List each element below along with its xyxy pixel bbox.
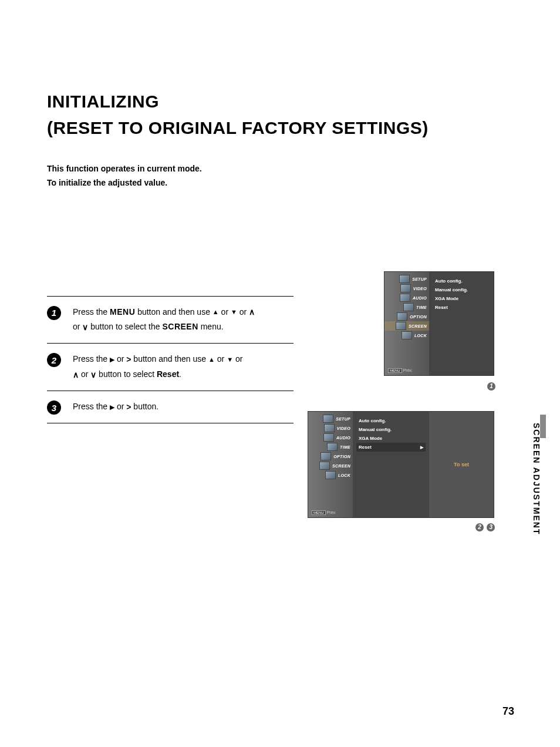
osd-tab-option: OPTION [384, 312, 429, 321]
osd-opt-auto-config: Auto config. [356, 416, 426, 425]
tab-label: OPTION [410, 315, 429, 319]
osd-opt-manual-config: Manual config. [356, 425, 426, 434]
osd-opt-auto-config: Auto config. [433, 277, 490, 285]
intro-line-2: To initialize the adjusted value. [47, 178, 167, 187]
osd-opt-reset: Reset [433, 303, 490, 312]
section-label: SCREEN ADJUSTMENT [532, 423, 541, 535]
tab-icon [403, 303, 414, 311]
tab-icon [319, 462, 330, 470]
osd-tab-option: OPTION [308, 452, 353, 461]
opt-label: Reset [359, 445, 372, 450]
osd-tab-audio: AUDIO [308, 433, 353, 442]
osd-opt-reset: Reset▶ [356, 443, 426, 452]
tab-icon [321, 452, 331, 460]
step-2-text: Press the ▶ or > button and then use ▲ o… [73, 352, 242, 382]
osd-action-panel: To set [429, 412, 494, 517]
up-open-icon: ∧ [249, 305, 255, 319]
text: or [215, 354, 227, 364]
text: Press the [73, 354, 110, 364]
intro-text: This function operates in current mode. … [47, 162, 513, 190]
step-1-text: Press the MENU button and then use ▲ or … [73, 305, 255, 335]
text: menu. [198, 322, 224, 331]
osd-tab-setup: SETUP [384, 274, 429, 284]
to-set-label: To set [454, 462, 469, 467]
title-line-1: INITIALIZING [47, 92, 159, 111]
up-icon: ▲ [208, 354, 215, 366]
opt-label: Reset [435, 305, 448, 310]
text: or [79, 369, 90, 379]
prev-button-label: MENU [312, 510, 326, 515]
down-icon: ▼ [227, 354, 233, 366]
opt-label: XGA Mode [359, 436, 382, 441]
menu-keyword: MENU [110, 307, 135, 317]
tab-label: SCREEN [409, 324, 429, 328]
tab-label: TIME [340, 445, 353, 449]
tab-label: LOCK [414, 334, 429, 338]
osd-opt-xga-mode: XGA Mode [433, 294, 490, 303]
text: Press the [73, 307, 110, 317]
step-3: 3 Press the ▶ or > button. [47, 391, 294, 423]
prev-button-label: MENU [388, 368, 402, 373]
down-open-icon: ∨ [82, 320, 88, 335]
tab-label: VIDEO [337, 426, 353, 430]
text: button to select the [88, 322, 162, 331]
osd-prev-hint: MENUPrev. [388, 368, 413, 373]
text: . [179, 369, 181, 379]
callout-number: 2 [475, 523, 484, 531]
opt-label: Manual config. [359, 427, 392, 432]
text: or [219, 307, 231, 317]
osd-tab-setup: SETUP [308, 414, 353, 423]
opt-label: XGA Mode [435, 296, 458, 301]
title-line-2: (RESET TO ORIGINAL FACTORY SETTINGS) [47, 118, 429, 137]
osd-tab-time: TIME [308, 442, 353, 452]
reset-keyword: Reset [157, 369, 179, 379]
osd-tab-lock: LOCK [384, 331, 429, 340]
tab-icon [323, 415, 333, 423]
opt-label: Auto config. [435, 278, 463, 284]
tab-label: OPTION [333, 455, 353, 459]
callout-1: 1 [486, 382, 495, 391]
page-title: INITIALIZING (RESET TO ORIGINAL FACTORY … [47, 88, 513, 141]
osd-opt-manual-config: Manual config. [433, 285, 490, 294]
prev-text: Prev. [327, 510, 336, 514]
intro-line-1: This function operates in current mode. [47, 164, 202, 173]
text: button. [131, 402, 158, 411]
prev-text: Prev. [403, 368, 413, 372]
step-2: 2 Press the ▶ or > button and then use ▲… [47, 344, 294, 391]
osd-tab-lock: LOCK [308, 470, 353, 480]
up-icon: ▲ [212, 307, 219, 318]
down-icon: ▼ [231, 307, 237, 318]
screen-keyword: SCREEN [162, 322, 198, 331]
up-open-icon: ∧ [73, 368, 79, 382]
tab-label: SETUP [336, 417, 353, 421]
text: button and then use [135, 307, 212, 317]
step-number-badge: 3 [47, 401, 61, 415]
text: button to select [96, 369, 157, 379]
tab-icon [327, 443, 338, 451]
tab-label: TIME [416, 305, 429, 309]
tab-label: AUDIO [336, 436, 353, 440]
text: Press the [73, 402, 110, 411]
text: or [114, 402, 126, 411]
osd-opt-xga-mode: XGA Mode [356, 434, 426, 443]
tab-icon [400, 294, 410, 302]
osd-options: Auto config. Manual config. XGA Mode Res… [429, 272, 494, 375]
tab-label: SCREEN [332, 464, 353, 468]
text: button and then use [131, 354, 208, 364]
text: or [114, 354, 126, 364]
tab-label: VIDEO [413, 287, 429, 291]
callout-2-3: 2 3 [474, 523, 495, 531]
step-3-text: Press the ▶ or > button. [73, 399, 158, 415]
osd-tab-audio: AUDIO [384, 293, 429, 302]
osd-prev-hint: MENUPrev. [312, 510, 336, 515]
osd-screenshot-2: SETUP VIDEO AUDIO TIME OPTION SCREEN LOC… [308, 411, 494, 518]
tab-icon [399, 275, 410, 283]
right-icon: ▶ [110, 402, 114, 413]
divider [47, 423, 294, 423]
tab-icon [323, 433, 334, 442]
osd-tab-screen: SCREEN [384, 321, 429, 331]
osd-sidebar: SETUP VIDEO AUDIO TIME OPTION SCREEN LOC… [308, 412, 353, 517]
opt-label: Auto config. [359, 418, 386, 423]
step-number-badge: 1 [47, 306, 61, 320]
tab-icon [324, 424, 335, 432]
